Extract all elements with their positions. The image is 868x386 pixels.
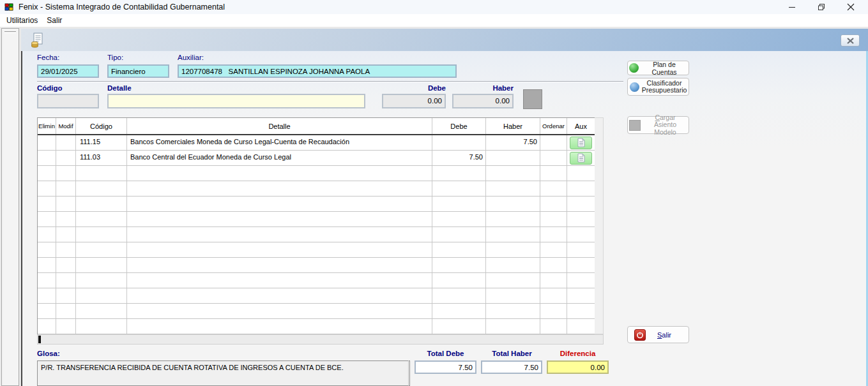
grid-cell-elimin[interactable] xyxy=(38,151,56,165)
grid-cell-codigo[interactable] xyxy=(76,319,127,334)
grid-cell-modif[interactable] xyxy=(56,151,76,165)
grid-cell-codigo[interactable] xyxy=(76,212,127,226)
grid-cell-haber[interactable] xyxy=(486,258,540,272)
grid-cell-elimin[interactable] xyxy=(38,273,56,288)
grid-cell-codigo[interactable] xyxy=(76,304,127,318)
grid-cell-debe[interactable] xyxy=(432,319,486,334)
scrollbar-thumb[interactable] xyxy=(38,336,41,343)
grid-cell-detalle[interactable]: Banco Central del Ecuador Moneda de Curs… xyxy=(127,151,432,165)
grid-cell-debe[interactable] xyxy=(432,258,486,272)
grid-cell-haber[interactable] xyxy=(486,319,540,334)
clasificador-presupuestario-button[interactable]: ClasificadorPresupuestario xyxy=(627,78,689,96)
grid-cell-modif[interactable] xyxy=(56,212,76,226)
grid-cell-detalle[interactable] xyxy=(127,258,432,272)
grid-cell-modif[interactable] xyxy=(56,197,76,211)
grid-cell-codigo[interactable] xyxy=(76,181,127,196)
grid-cell-elimin[interactable] xyxy=(38,242,56,257)
grid-cell-debe[interactable] xyxy=(432,212,486,226)
grid-cell-detalle[interactable] xyxy=(127,181,432,196)
grid-vertical-scrollbar[interactable] xyxy=(595,117,604,334)
grid-cell-ordenar[interactable] xyxy=(540,166,567,181)
grid-cell-modif[interactable] xyxy=(56,258,76,272)
minimize-button[interactable] xyxy=(777,0,807,14)
grid-cell-modif[interactable] xyxy=(56,288,76,303)
grid-cell-detalle[interactable] xyxy=(127,166,432,181)
detalle-input[interactable] xyxy=(107,94,365,108)
column-header-detalle[interactable]: Detalle xyxy=(127,118,432,134)
grid-cell-debe[interactable] xyxy=(432,166,486,181)
grid-cell-modif[interactable] xyxy=(56,227,76,242)
left-collapsed-panel[interactable] xyxy=(1,28,19,386)
menu-item-utilitarios[interactable]: Utilitarios xyxy=(2,15,42,26)
aux-button[interactable] xyxy=(570,137,592,149)
grid-cell-elimin[interactable] xyxy=(38,258,56,272)
grid-cell-ordenar[interactable] xyxy=(540,197,567,211)
grid-cell-haber[interactable] xyxy=(486,151,540,165)
grid-cell-debe[interactable] xyxy=(432,227,486,242)
grid-cell-debe[interactable] xyxy=(432,197,486,211)
table-row[interactable] xyxy=(38,166,595,181)
salir-button[interactable]: Salir xyxy=(627,326,689,343)
grid-cell-modif[interactable] xyxy=(56,273,76,288)
aux-button[interactable] xyxy=(570,152,592,165)
table-row[interactable] xyxy=(38,258,595,273)
auxiliar-input[interactable]: 1207708478 SANTILLAN ESPINOZA JOHANNA PA… xyxy=(178,64,457,78)
column-header-haber[interactable]: Haber xyxy=(486,118,540,134)
column-header-aux[interactable]: Aux xyxy=(567,118,595,134)
codigo-input[interactable] xyxy=(37,94,99,108)
grid-cell-debe[interactable]: 7.50 xyxy=(432,151,486,165)
grid-cell-elimin[interactable] xyxy=(38,181,56,196)
grid-cell-haber[interactable] xyxy=(486,166,540,181)
grid-cell-elimin[interactable] xyxy=(38,288,56,303)
grid-cell-modif[interactable] xyxy=(56,319,76,334)
grid-cell-haber[interactable] xyxy=(486,197,540,211)
grid-cell-elimin[interactable] xyxy=(38,166,56,181)
grid-cell-detalle[interactable] xyxy=(127,227,432,242)
grid-cell-haber[interactable] xyxy=(486,273,540,288)
grid-cell-detalle[interactable] xyxy=(127,242,432,257)
haber-input[interactable]: 0.00 xyxy=(452,94,514,108)
grid-cell-elimin[interactable] xyxy=(38,212,56,226)
grid-cell-debe[interactable] xyxy=(432,273,486,288)
grid-cell-haber[interactable] xyxy=(486,227,540,242)
grid-cell-ordenar[interactable] xyxy=(540,258,567,272)
grid-cell-ordenar[interactable] xyxy=(540,135,567,150)
grid-cell-codigo[interactable] xyxy=(76,227,127,242)
grid-horizontal-scrollbar[interactable] xyxy=(37,334,604,345)
grid-cell-debe[interactable] xyxy=(432,135,486,150)
grid-cell-ordenar[interactable] xyxy=(540,151,567,165)
grid-cell-elimin[interactable] xyxy=(38,319,56,334)
grid-cell-ordenar[interactable] xyxy=(540,242,567,257)
debe-input[interactable]: 0.00 xyxy=(382,94,446,108)
column-header-elimin[interactable]: Elimin xyxy=(38,118,56,134)
add-entry-button[interactable] xyxy=(523,89,542,109)
tipo-input[interactable]: Financiero xyxy=(107,64,169,78)
grid-cell-detalle[interactable] xyxy=(127,197,432,211)
grid-cell-modif[interactable] xyxy=(56,304,76,318)
grid-cell-codigo[interactable] xyxy=(76,242,127,257)
grid-cell-haber[interactable] xyxy=(486,242,540,257)
table-row[interactable] xyxy=(38,319,595,334)
grid-cell-modif[interactable] xyxy=(56,181,76,196)
child-close-button[interactable] xyxy=(841,34,860,47)
grid-cell-debe[interactable] xyxy=(432,242,486,257)
grid-cell-debe[interactable] xyxy=(432,288,486,303)
grid-cell-elimin[interactable] xyxy=(38,197,56,211)
grid-cell-haber[interactable] xyxy=(486,288,540,303)
grid-cell-debe[interactable] xyxy=(432,181,486,196)
table-row[interactable] xyxy=(38,304,595,319)
grid-cell-ordenar[interactable] xyxy=(540,288,567,303)
grid-cell-haber[interactable] xyxy=(486,212,540,226)
plan-de-cuentas-button[interactable]: Plan de Cuentas xyxy=(627,61,689,75)
table-row[interactable] xyxy=(38,242,595,258)
grid-cell-ordenar[interactable] xyxy=(540,227,567,242)
column-header-codigo[interactable]: Código xyxy=(76,118,127,134)
grid-cell-haber[interactable]: 7.50 xyxy=(486,135,540,150)
grid-cell-codigo[interactable] xyxy=(76,258,127,272)
grid-cell-modif[interactable] xyxy=(56,135,76,150)
table-row[interactable]: 111.03 Banco Central del Ecuador Moneda … xyxy=(38,151,595,166)
grid-cell-haber[interactable] xyxy=(486,181,540,196)
grid-cell-codigo[interactable] xyxy=(76,197,127,211)
grid-cell-detalle[interactable] xyxy=(127,304,432,318)
glosa-textarea[interactable]: P/R. TRANSFERENCIA RECIBIDA DE CUENTA RO… xyxy=(37,360,410,386)
